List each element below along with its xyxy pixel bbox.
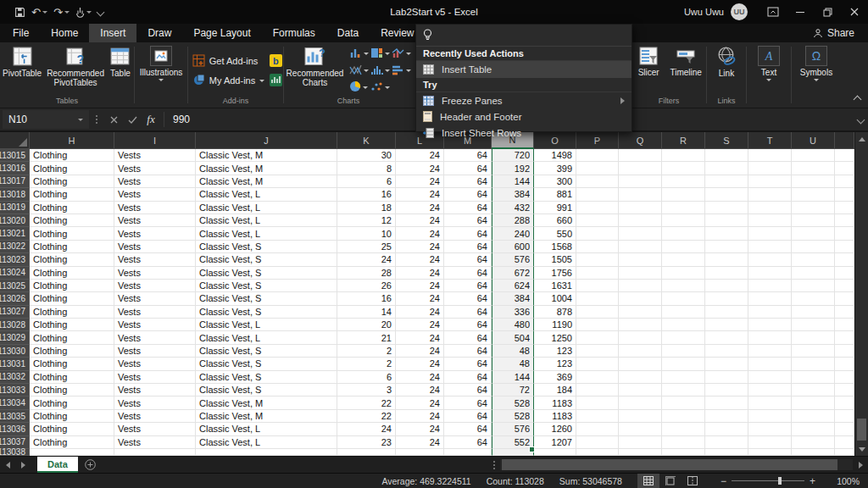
cell-P113017[interactable] bbox=[576, 175, 619, 188]
cell-partial[interactable] bbox=[835, 410, 854, 423]
cell-U113029[interactable] bbox=[792, 331, 835, 344]
cell-H113025[interactable]: Clothing bbox=[30, 280, 114, 292]
cell-O113031[interactable]: 123 bbox=[534, 358, 576, 370]
cell-P113018[interactable] bbox=[576, 188, 619, 201]
cell-H113023[interactable]: Clothing bbox=[30, 253, 114, 266]
cell-H113032[interactable]: Clothing bbox=[30, 371, 114, 384]
cell-K113030[interactable]: 2 bbox=[337, 345, 396, 358]
sheet-tab-data[interactable]: Data bbox=[37, 457, 78, 473]
cell-K113016[interactable]: 8 bbox=[337, 162, 396, 175]
row-header-113016[interactable]: 113016 bbox=[0, 162, 30, 175]
cell-M113018[interactable]: 64 bbox=[444, 188, 492, 201]
cell-Q113036[interactable] bbox=[619, 423, 662, 435]
tab-strip-dots-icon[interactable] bbox=[493, 457, 500, 473]
cell-Q113025[interactable] bbox=[619, 280, 662, 292]
cell-Q113035[interactable] bbox=[619, 410, 662, 423]
status-average[interactable]: Average: 469.3224511 bbox=[381, 476, 470, 486]
cell-N113037[interactable]: 552 bbox=[492, 436, 534, 449]
cell-N113034[interactable]: 528 bbox=[492, 396, 534, 409]
cell-M113019[interactable]: 64 bbox=[444, 202, 492, 214]
column-header-H[interactable]: H bbox=[30, 132, 114, 149]
scroll-right-button[interactable] bbox=[853, 457, 868, 473]
cell-H113033[interactable]: Clothing bbox=[30, 384, 114, 396]
cell-M113020[interactable]: 64 bbox=[444, 214, 492, 227]
cell-R113033[interactable] bbox=[662, 384, 705, 396]
column-header-partial[interactable] bbox=[835, 132, 854, 149]
cell-U113015[interactable] bbox=[792, 149, 835, 162]
cell-R113016[interactable] bbox=[662, 162, 705, 175]
cell-Q113032[interactable] bbox=[619, 371, 662, 384]
cell-M113031[interactable]: 64 bbox=[444, 358, 492, 370]
cell-N113036[interactable]: 576 bbox=[492, 423, 534, 435]
menu-item-freeze-panes[interactable]: Freeze Panes bbox=[416, 92, 632, 108]
tab-file[interactable]: File bbox=[2, 24, 40, 42]
cell-Q113019[interactable] bbox=[619, 202, 662, 214]
cell-L113018[interactable]: 24 bbox=[396, 188, 444, 201]
cell-P113022[interactable] bbox=[576, 241, 619, 253]
horizontal-scrollbar[interactable] bbox=[500, 459, 853, 470]
cell-T113024[interactable] bbox=[748, 267, 792, 280]
cell-P113038[interactable] bbox=[576, 449, 619, 456]
cell-L113019[interactable]: 24 bbox=[396, 202, 444, 214]
cell-N113016[interactable]: 192 bbox=[492, 162, 534, 175]
row-header-113031[interactable]: 113031 bbox=[0, 358, 30, 370]
cell-P113032[interactable] bbox=[576, 371, 619, 384]
cell-I113021[interactable]: Vests bbox=[114, 227, 196, 240]
row-header-113015[interactable]: 113015 bbox=[0, 149, 30, 162]
cell-J113032[interactable]: Classic Vest, S bbox=[196, 371, 337, 384]
cell-L113033[interactable]: 24 bbox=[396, 384, 444, 396]
column-header-T[interactable]: T bbox=[748, 132, 792, 149]
cell-O113019[interactable]: 991 bbox=[534, 202, 576, 214]
cell-O113029[interactable]: 1250 bbox=[534, 331, 576, 344]
cell-J113016[interactable]: Classic Vest, M bbox=[196, 162, 337, 175]
cell-I113022[interactable]: Vests bbox=[114, 241, 196, 253]
cell-L113015[interactable]: 24 bbox=[396, 149, 444, 162]
cell-U113026[interactable] bbox=[792, 292, 835, 305]
row-header-113027[interactable]: 113027 bbox=[0, 306, 30, 319]
cell-R113021[interactable] bbox=[662, 227, 705, 240]
status-sum[interactable]: Sum: 53046578 bbox=[559, 476, 622, 486]
cell-R113027[interactable] bbox=[662, 306, 705, 319]
zoom-thumb[interactable] bbox=[778, 477, 782, 485]
cell-H113026[interactable]: Clothing bbox=[30, 292, 114, 305]
undo-button[interactable]: ↶ bbox=[29, 2, 50, 22]
cell-T113031[interactable] bbox=[748, 358, 792, 370]
cell-Q113038[interactable] bbox=[619, 449, 662, 456]
cell-T113022[interactable] bbox=[748, 241, 792, 253]
customize-qat-button[interactable] bbox=[95, 2, 106, 22]
cell-J113024[interactable]: Classic Vest, S bbox=[196, 267, 337, 280]
row-header-113024[interactable]: 113024 bbox=[0, 267, 30, 280]
save-button[interactable] bbox=[12, 2, 28, 22]
cell-L113038[interactable] bbox=[396, 449, 444, 456]
cell-T113020[interactable] bbox=[748, 214, 792, 227]
cell-L113029[interactable]: 24 bbox=[396, 331, 444, 344]
cell-I113028[interactable]: Vests bbox=[114, 319, 196, 331]
cell-J113034[interactable]: Classic Vest, M bbox=[196, 396, 337, 409]
cell-O113018[interactable]: 881 bbox=[534, 188, 576, 201]
cell-K113026[interactable]: 16 bbox=[337, 292, 396, 305]
scroll-up-button[interactable] bbox=[855, 132, 868, 146]
cell-J113023[interactable]: Classic Vest, S bbox=[196, 253, 337, 266]
zoom-level[interactable]: 100% bbox=[827, 476, 868, 486]
cell-O113020[interactable]: 660 bbox=[534, 214, 576, 227]
cell-N113026[interactable]: 384 bbox=[492, 292, 534, 305]
cell-O113030[interactable]: 123 bbox=[534, 345, 576, 358]
cell-M113022[interactable]: 64 bbox=[444, 241, 492, 253]
cell-J113031[interactable]: Classic Vest, S bbox=[196, 358, 337, 370]
cell-H113022[interactable]: Clothing bbox=[30, 241, 114, 253]
cell-I113032[interactable]: Vests bbox=[114, 371, 196, 384]
row-header-113033[interactable]: 113033 bbox=[0, 384, 30, 396]
column-header-U[interactable]: U bbox=[792, 132, 835, 149]
cell-H113036[interactable]: Clothing bbox=[30, 423, 114, 435]
cell-P113027[interactable] bbox=[576, 306, 619, 319]
enter-button[interactable] bbox=[123, 110, 142, 129]
cell-H113034[interactable]: Clothing bbox=[30, 396, 114, 409]
cell-S113019[interactable] bbox=[705, 202, 748, 214]
cell-L113025[interactable]: 24 bbox=[396, 280, 444, 292]
cell-K113032[interactable]: 6 bbox=[337, 371, 396, 384]
cell-I113025[interactable]: Vests bbox=[114, 280, 196, 292]
tab-home[interactable]: Home bbox=[40, 24, 89, 42]
cell-H113035[interactable]: Clothing bbox=[30, 410, 114, 423]
cell-U113037[interactable] bbox=[792, 436, 835, 449]
cell-S113034[interactable] bbox=[705, 396, 748, 409]
